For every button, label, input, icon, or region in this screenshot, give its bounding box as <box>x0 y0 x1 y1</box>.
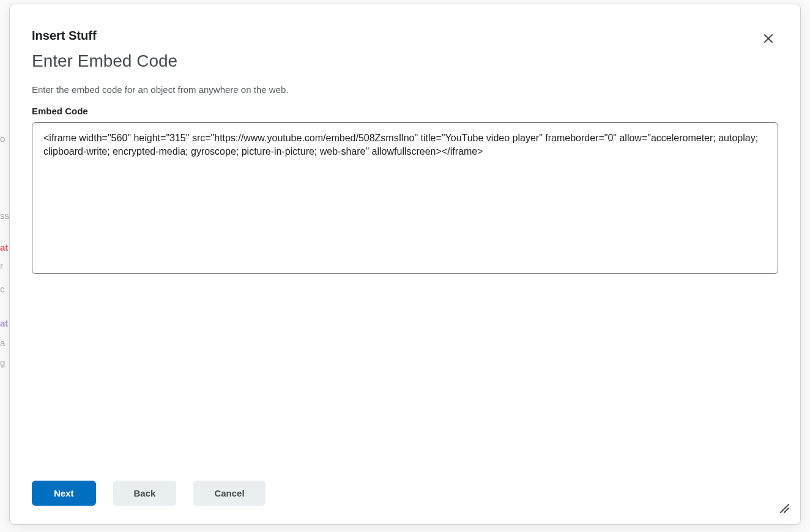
modal-header: Insert Stuff Enter Embed Code <box>32 29 778 84</box>
bg-fragment: at <box>0 318 8 328</box>
insert-stuff-modal: Insert Stuff Enter Embed Code Enter the … <box>9 4 801 525</box>
modal-body: Enter the embed code for an object from … <box>32 84 778 468</box>
embed-code-textarea[interactable] <box>32 122 778 274</box>
modal-breadcrumb-title: Insert Stuff <box>32 29 778 43</box>
bg-fragment: ss <box>0 210 9 221</box>
modal-title: Enter Embed Code <box>32 51 778 71</box>
cancel-button[interactable]: Cancel <box>193 481 265 506</box>
back-button[interactable]: Back <box>113 481 177 506</box>
description-text: Enter the embed code for an object from … <box>32 84 778 95</box>
bg-fragment: c <box>0 284 5 294</box>
modal-footer: Next Back Cancel <box>32 468 778 506</box>
svg-line-2 <box>781 504 789 512</box>
close-button[interactable] <box>757 28 779 50</box>
resize-icon <box>778 502 789 513</box>
bg-fragment: g <box>0 357 5 368</box>
bg-fragment: at <box>0 242 8 253</box>
resize-handle[interactable] <box>778 502 789 513</box>
bg-fragment: a <box>0 338 5 348</box>
close-icon <box>764 34 773 43</box>
bg-fragment: r <box>0 260 3 271</box>
bg-fragment: o <box>0 133 5 144</box>
embed-code-label: Embed Code <box>32 106 778 116</box>
next-button[interactable]: Next <box>32 481 96 506</box>
